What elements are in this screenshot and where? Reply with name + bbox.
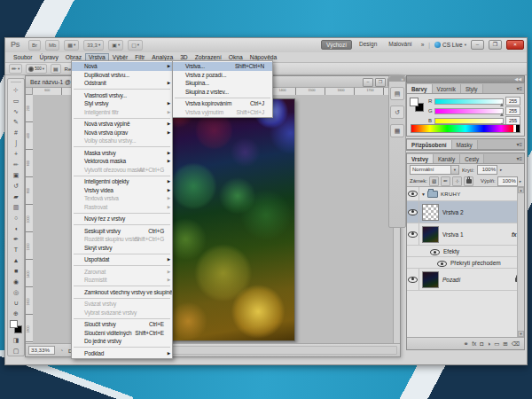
menu-item-svazat-vrstvy[interactable]: Svázat vrstvy	[72, 300, 172, 309]
menu-item-do-jedne-vrstvy[interactable]: Do jedné vrstvy	[72, 337, 172, 346]
layer-row-vrstva-2[interactable]: Vrstva 2	[407, 201, 524, 223]
zoom-percentage-field[interactable]: 33,33%	[28, 346, 55, 355]
visibility-toggle[interactable]	[407, 201, 419, 223]
menu-item-zamknout-vsechny-vrstvy-ve-skupine[interactable]: Zamknout všechny vrstvy ve skupině...	[72, 288, 172, 297]
menu-item-vektorova-maska[interactable]: Vektorová maska▶	[72, 157, 172, 166]
pen-tool[interactable]: ✒	[10, 233, 22, 244]
path-selection-tool[interactable]: ▲	[10, 254, 22, 265]
channel-value-field[interactable]: 255	[505, 106, 520, 115]
history-brush-tool[interactable]: ↺	[10, 180, 22, 191]
layer-row-vrstva-1[interactable]: Vrstva 1fx▾	[407, 223, 524, 246]
menu-item-seskupit-vrstvy[interactable]: Seskupit vrstvyCtrl+G	[72, 227, 172, 236]
menu-item-styl-vrstvy[interactable]: Styl vrstvy▶	[72, 99, 172, 108]
eyedropper-tool[interactable]: ⌡	[10, 137, 22, 148]
submenu-item-vrstva-z-pozadi[interactable]: Vrstva z pozadí...	[173, 71, 272, 80]
menu-item-rozdelit-skupinu-vrstev[interactable]: Rozdělit skupinu vrstevShift+Ctrl+G	[72, 235, 172, 244]
brush-preset-picker[interactable]: ✏ ▾	[9, 64, 22, 74]
menu-item-nova-vrstva-vyplne[interactable]: Nová vrstva výplně▶	[72, 120, 172, 129]
layer-row-prekryti-prechodem[interactable]: Překrytí přechodem	[407, 257, 524, 269]
zoom-tool[interactable]: ⊕	[10, 308, 22, 318]
menu-item-vlastnosti-vrstvy[interactable]: Vlastnosti vrstvy...	[72, 91, 172, 100]
view-extras-button[interactable]: ▦▾	[64, 40, 79, 51]
collapsed-dock-header[interactable]: »	[389, 76, 405, 82]
submenu-item-vrstva[interactable]: Vrstva...Shift+Ctrl+N	[173, 62, 272, 71]
marquee-tool[interactable]: ▭	[10, 95, 22, 106]
mini-bridge-button[interactable]: Mb	[45, 40, 59, 51]
menubar-item-soubor[interactable]: Soubor	[10, 53, 36, 61]
clone-stamp-tool[interactable]: ▣	[10, 169, 22, 180]
opacity-slider-arrow-icon[interactable]: ▸	[500, 168, 502, 172]
blend-mode-select[interactable]: Normální ▾	[410, 165, 459, 175]
workspace-vychozi[interactable]: Výchozí	[321, 40, 352, 50]
crop-tool[interactable]: #	[10, 127, 22, 137]
workspace-malovani[interactable]: Malování	[384, 40, 416, 50]
brush-tool[interactable]: ✏	[10, 159, 22, 169]
tab-kanaly[interactable]: Kanály	[434, 154, 460, 163]
ruler-origin-corner[interactable]	[26, 88, 33, 95]
foreground-background-swatches[interactable]	[10, 320, 22, 333]
collapsed-panel-button-3[interactable]: ▦	[390, 124, 404, 137]
workspace-design[interactable]: Design	[355, 40, 381, 50]
foreground-background-swatches[interactable]	[410, 98, 424, 112]
menu-item-rastrovat[interactable]: Rastrovat▶	[72, 203, 172, 212]
menu-item-maska-vrstvy[interactable]: Maska vrstvy▶	[72, 149, 172, 158]
menu-item-nova[interactable]: Nová▶	[72, 62, 172, 71]
menu-item-vrstvy-videa[interactable]: Vrstvy videa▶	[72, 186, 172, 195]
tab-vrstvy[interactable]: Vrstvy	[407, 154, 434, 163]
arrange-documents-button[interactable]: ▣▾	[108, 40, 123, 51]
3d-camera-tool[interactable]: ◎	[10, 286, 22, 297]
menu-item-nova-vrstva-uprav[interactable]: Nová vrstva úprav▶	[72, 129, 172, 137]
collapsed-panel-button-1[interactable]: ▤	[390, 87, 404, 100]
menu-item-novy-rez-z-vrstvy[interactable]: Nový řez z vrstvy	[72, 215, 172, 223]
menubar-item-upravy[interactable]: Úpravy	[36, 53, 62, 61]
submenu-item-skupina-z-vrstev[interactable]: Skupina z vrstev...	[173, 88, 272, 97]
menu-item-slouceni-viditelnych[interactable]: Sloučení viditelnýchShift+Ctrl+E	[72, 329, 172, 338]
doc-minimize-button[interactable]: –	[363, 78, 373, 87]
quick-selection-tool[interactable]: ✎	[10, 116, 22, 127]
submenu-item-skupina[interactable]: Skupina...	[173, 79, 272, 88]
scroll-up-icon[interactable]: ▲	[518, 187, 524, 193]
layer-thumbnail[interactable]	[422, 226, 439, 243]
minimize-button[interactable]: –	[471, 40, 484, 50]
screen-mode-button[interactable]: ▢▾	[128, 40, 143, 51]
new-adjustment-layer-button[interactable]: ◑	[487, 340, 490, 347]
foreground-color-swatch[interactable]	[410, 98, 419, 106]
zoom-level-button[interactable]: 33,3▾	[83, 40, 104, 51]
canvas-image[interactable]	[164, 98, 295, 341]
visibility-toggle[interactable]	[407, 187, 419, 200]
bridge-button[interactable]: Br	[28, 40, 41, 51]
scroll-down-icon[interactable]: ▼	[518, 331, 524, 337]
menu-item-inteligentni-filtr[interactable]: Inteligentní filtr▶	[72, 108, 172, 117]
doc-restore-button[interactable]: ❐	[375, 78, 386, 87]
tab-masky[interactable]: Masky	[452, 140, 478, 149]
opacity-field[interactable]: 100%	[477, 165, 497, 175]
layer-thumbnail[interactable]	[422, 271, 439, 288]
lock-all-button[interactable]	[464, 176, 473, 186]
healing-brush-tool[interactable]: +	[10, 148, 22, 159]
lock-pixels-button[interactable]: ✏	[441, 176, 450, 186]
menu-item-duplikovat-vrstvu[interactable]: Duplikovat vrstvu...	[72, 71, 172, 80]
fill-slider-arrow-icon[interactable]: ▸	[520, 179, 521, 184]
channel-value-field[interactable]: 255	[505, 97, 520, 106]
menu-item-rozmistit[interactable]: Rozmístit▶	[72, 276, 172, 285]
workspace-overflow-button[interactable]: »	[421, 42, 425, 48]
panel-menu-icon[interactable]: ▾≡	[516, 155, 522, 161]
menu-item-odstranit[interactable]: Odstranit▶	[72, 79, 172, 88]
hand-tool[interactable]: ∪	[10, 297, 22, 308]
tab-styly[interactable]: Styly	[461, 84, 483, 93]
toggle-brush-panel-button[interactable]: ▤	[51, 64, 61, 74]
restore-button[interactable]: ❐	[489, 40, 502, 50]
move-tool[interactable]: ⊹	[10, 84, 22, 95]
menu-item-textova-vrstva[interactable]: Textová vrstva▶	[72, 194, 172, 203]
blur-tool[interactable]: ○	[10, 212, 22, 223]
visibility-toggle[interactable]	[407, 269, 419, 290]
menu-item-vybrat-svazane-vrstvy[interactable]: Vybrat svázané vrstvy	[72, 309, 172, 317]
new-group-button[interactable]: ▭	[494, 340, 499, 348]
tab-cesty[interactable]: Cesty	[460, 154, 484, 163]
lock-position-button[interactable]: ⊹	[452, 176, 462, 186]
channel-slider-b[interactable]	[434, 118, 504, 124]
menu-item-skryt-vrstvy[interactable]: Skrýt vrstvy	[72, 244, 172, 253]
lasso-tool[interactable]: ∿	[10, 106, 22, 116]
panel-dock-header[interactable]: ◀◀	[406, 75, 525, 82]
close-button[interactable]: ×	[506, 40, 524, 50]
